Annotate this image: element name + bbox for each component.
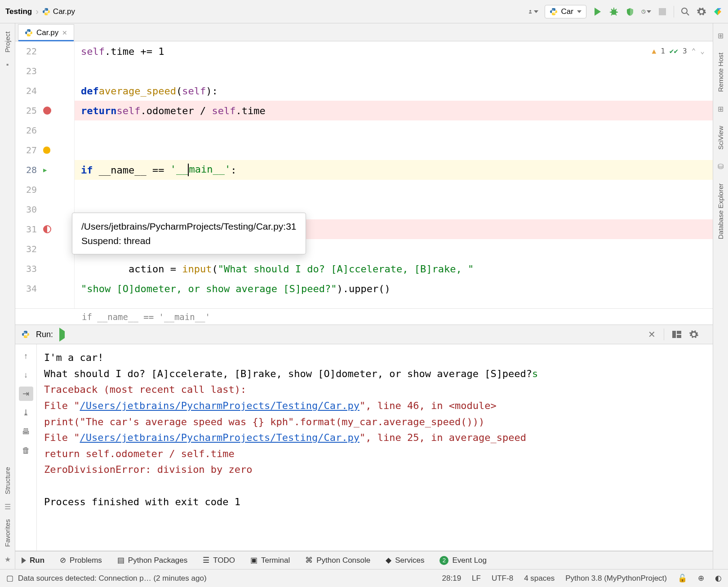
search-icon[interactable] <box>680 7 690 17</box>
code-line[interactable]: def average_speed(self): <box>75 81 713 101</box>
todo-icon: ☰ <box>203 556 209 565</box>
left-tool-rail: Project ▪ Structure ☰ Favorites ★ <box>0 23 15 569</box>
encoding[interactable]: UTF-8 <box>492 574 513 583</box>
navigation-toolbar: Testing › Car.py Car <box>0 0 728 23</box>
breadcrumb-file[interactable]: Car.py <box>53 7 75 16</box>
database-button[interactable]: Database Explorer <box>717 183 724 239</box>
clear-button[interactable]: 🗑 <box>19 443 33 458</box>
tool-windows-icon[interactable]: ▢ <box>6 574 13 583</box>
breakpoint-suspend-icon[interactable] <box>43 225 51 233</box>
gear-icon[interactable] <box>689 330 698 339</box>
inspection-widget[interactable]: ▲1 ✔✔3 ⌃ ⌄ <box>652 47 705 55</box>
structure-tool-button[interactable]: Structure <box>4 467 11 494</box>
database-icon: ⛁ <box>718 162 724 171</box>
svg-point-12 <box>682 8 687 13</box>
remote-host-icon: ⊞ <box>718 31 724 40</box>
down-button[interactable]: ↓ <box>19 368 33 382</box>
code-line[interactable]: return self.odometer / self.time <box>75 101 713 120</box>
warning-icon: ▲ <box>652 47 657 55</box>
profile-button[interactable] <box>641 7 651 17</box>
breakpoint-icon[interactable] <box>43 107 51 115</box>
svg-rect-16 <box>677 335 681 338</box>
remote-host-button[interactable]: Remote Host <box>717 53 724 92</box>
code-line[interactable] <box>75 120 713 140</box>
interpreter[interactable]: Python 3.8 (MyPythonProject) <box>565 574 667 583</box>
packages-tab[interactable]: ▤Python Packages <box>117 556 187 565</box>
editor-breadcrumb[interactable]: if __name__ == '__main__' <box>15 308 713 325</box>
run-gutter-icon[interactable]: ▶ <box>43 166 47 173</box>
soft-wrap-button[interactable]: ⇥ <box>19 387 33 401</box>
chevron-right-icon: › <box>36 6 39 17</box>
separator <box>674 6 674 18</box>
sciview-button[interactable]: SciView <box>717 126 724 150</box>
ide-status-icon[interactable]: ⊕ <box>698 574 704 583</box>
separator <box>664 329 664 340</box>
scroll-to-end-button[interactable]: ⤓ <box>19 405 33 420</box>
indent[interactable]: 4 spaces <box>524 574 555 583</box>
debug-button[interactable] <box>609 7 619 17</box>
settings-icon[interactable] <box>697 7 706 17</box>
run-label: Run: <box>36 330 53 339</box>
line-separator[interactable]: LF <box>472 574 481 583</box>
traceback-link[interactable]: /Users/jetbrains/PycharmProjects/Testing… <box>80 432 360 443</box>
coverage-button[interactable] <box>625 7 635 17</box>
python-file-icon <box>42 8 50 16</box>
chevron-down-icon[interactable]: ⌄ <box>700 47 705 55</box>
breadcrumb-project[interactable]: Testing <box>5 7 32 16</box>
packages-icon: ▤ <box>117 556 124 565</box>
gutter[interactable]: 22232425262728▶293031323334 <box>15 41 75 308</box>
lock-icon[interactable]: 🔓 <box>678 574 687 583</box>
stop-button <box>657 7 667 17</box>
play-icon <box>22 557 26 564</box>
structure-icon: ☰ <box>4 503 11 511</box>
code-line[interactable] <box>75 180 713 200</box>
run-config-selector[interactable]: Car <box>545 5 586 18</box>
services-tab[interactable]: ◆Services <box>386 556 424 565</box>
code-line[interactable]: if __name__ == '__main__': <box>75 160 713 180</box>
status-message[interactable]: Data sources detected: Connection p… (2 … <box>18 574 207 583</box>
code-line[interactable]: self.time += 1 <box>75 41 713 61</box>
run-config-name: Car <box>561 7 573 16</box>
code-line[interactable] <box>75 140 713 160</box>
caret-position[interactable]: 28:19 <box>442 574 462 583</box>
problems-tab[interactable]: ⊘Problems <box>60 556 102 565</box>
terminal-tab[interactable]: ▣Terminal <box>250 556 290 565</box>
terminal-icon: ▣ <box>250 556 257 565</box>
favorites-tool-button[interactable]: Favorites <box>4 519 11 547</box>
tab-filename: Car.py <box>36 28 58 37</box>
run-output[interactable]: I'm a car! What should I do? [A]ccelerat… <box>37 344 713 551</box>
todo-tab[interactable]: ☰TODO <box>203 556 235 565</box>
run-tab[interactable]: Run <box>22 556 44 565</box>
intention-bulb-icon[interactable] <box>43 147 50 154</box>
chevron-up-icon[interactable]: ⌃ <box>692 47 696 55</box>
services-icon: ◆ <box>386 556 391 565</box>
tooltip-suspend: Suspend: thread <box>81 234 297 248</box>
layout-icon[interactable] <box>672 331 681 338</box>
user-icon[interactable] <box>528 7 538 17</box>
eventlog-tab[interactable]: 2Event Log <box>439 556 487 565</box>
close-icon[interactable]: ✕ <box>648 329 656 340</box>
code-line[interactable]: action = input("What should I do? [A]cce… <box>75 259 713 279</box>
project-tool-button[interactable]: Project <box>4 31 11 53</box>
svg-rect-14 <box>672 331 676 338</box>
python-file-icon <box>25 29 33 37</box>
jetbrains-icon[interactable] <box>713 7 723 17</box>
breadcrumb[interactable]: Testing › Car.py <box>5 6 75 17</box>
problems-icon: ⊘ <box>60 556 66 565</box>
rerun-button[interactable] <box>59 331 65 338</box>
code-line[interactable] <box>75 61 713 81</box>
svg-line-7 <box>611 9 613 10</box>
code-area[interactable]: ▲1 ✔✔3 ⌃ ⌄ self.time += 1 def average_sp… <box>75 41 713 308</box>
close-icon[interactable]: ✕ <box>62 29 67 36</box>
editor-tab-active[interactable]: Car.py ✕ <box>18 24 74 41</box>
svg-point-2 <box>529 10 531 12</box>
code-line[interactable]: "show [O]dometer, or show average [S]pee… <box>75 279 713 298</box>
run-button[interactable] <box>593 7 603 17</box>
python-icon <box>22 330 30 338</box>
editor[interactable]: 22232425262728▶293031323334 ▲1 ✔✔3 ⌃ ⌄ s… <box>15 41 713 308</box>
up-button[interactable]: ↑ <box>19 349 33 363</box>
console-tab[interactable]: ⌘Python Console <box>305 556 370 565</box>
memory-icon[interactable]: ◐ <box>715 574 722 583</box>
print-button[interactable]: 🖶 <box>19 424 33 439</box>
traceback-link[interactable]: /Users/jetbrains/PycharmProjects/Testing… <box>80 400 360 411</box>
